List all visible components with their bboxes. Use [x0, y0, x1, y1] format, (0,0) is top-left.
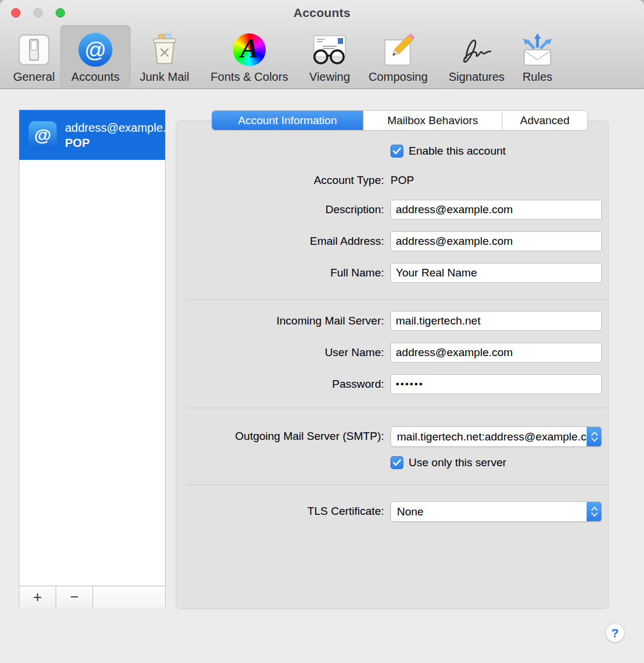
toolbar-item-composing[interactable]: Composing [362, 25, 434, 87]
full-name-label: Full Name: [176, 263, 384, 283]
section-divider [186, 408, 609, 408]
preferences-window: Accounts General @ [0, 0, 644, 663]
toolbar-label-signatures: Signatures [448, 70, 505, 84]
titlebar-toolbar: Accounts General @ [0, 0, 644, 89]
account-type-label: Account Type: [176, 170, 384, 190]
enable-account-checkbox[interactable] [390, 145, 403, 158]
toolbar-item-fonts-colors[interactable]: A Fonts & Colors [204, 25, 295, 87]
toolbar-label-general: General [13, 70, 54, 84]
list-controls-spacer [93, 586, 165, 607]
viewing-icon [311, 30, 348, 69]
incoming-server-label: Incoming Mail Server: [176, 311, 384, 331]
toolbar-label-rules: Rules [522, 70, 552, 84]
account-type-badge: POP [65, 135, 165, 151]
svg-text:@: @ [84, 38, 106, 62]
tls-certificate-popup-value: None [391, 505, 587, 518]
tab-mailbox-behaviors[interactable]: Mailbox Behaviors [363, 111, 502, 130]
junk-mail-icon [146, 30, 183, 69]
rules-icon [519, 30, 556, 69]
toolbar-label-viewing: Viewing [309, 70, 350, 84]
popup-arrows-icon [587, 501, 602, 522]
full-name-field[interactable] [390, 263, 602, 283]
use-only-server-checkbox-row[interactable]: Use only this server [390, 456, 506, 469]
smtp-label: Outgoing Mail Server (SMTP): [176, 426, 384, 446]
user-name-label: User Name: [176, 343, 384, 363]
account-type-value: POP [390, 170, 414, 190]
toolbar-label-fonts-colors: Fonts & Colors [211, 70, 288, 84]
tab-bar: Account Information Mailbox Behaviors Ad… [212, 111, 587, 130]
account-at-icon: @ [29, 121, 57, 149]
account-list-controls: + − [19, 586, 165, 607]
incoming-server-field[interactable] [390, 311, 602, 331]
tab-advanced[interactable]: Advanced [502, 111, 587, 130]
accounts-icon: @ [77, 30, 114, 69]
add-account-button[interactable]: + [19, 586, 56, 607]
tls-certificate-popup-button[interactable]: None [390, 501, 602, 522]
toolbar-item-rules[interactable]: Rules [520, 25, 555, 87]
use-only-server-label: Use only this server [409, 456, 506, 469]
toolbar-item-junk-mail[interactable]: Junk Mail [132, 25, 197, 87]
popup-arrows-icon [587, 426, 602, 447]
tls-certificate-label: TLS Certificate: [176, 501, 384, 521]
description-label: Description: [176, 200, 384, 220]
toolbar-item-viewing[interactable]: Viewing [306, 25, 353, 87]
signatures-icon [458, 30, 495, 69]
fonts-colors-icon: A [231, 30, 268, 69]
email-address-label: Email Address: [176, 231, 384, 251]
toolbar-item-signatures[interactable]: Signatures [444, 25, 509, 87]
help-button[interactable]: ? [605, 623, 625, 643]
smtp-popup-button[interactable]: mail.tigertech.net:address@example.com [390, 426, 602, 447]
accounts-list: @ address@example.com POP + − [19, 110, 166, 607]
account-list-item[interactable]: @ address@example.com POP [19, 110, 165, 160]
toolbar-item-general[interactable]: General [9, 25, 59, 87]
description-field[interactable] [390, 200, 602, 220]
general-icon [15, 30, 53, 69]
account-name: address@example.com [65, 120, 165, 135]
toolbar-label-composing: Composing [368, 70, 427, 84]
email-address-field[interactable] [390, 231, 602, 251]
section-divider [186, 484, 609, 485]
composing-icon [379, 30, 417, 69]
password-field[interactable] [390, 374, 602, 394]
window-title: Accounts [0, 6, 644, 20]
enable-account-label: Enable this account [409, 145, 506, 158]
smtp-popup-value: mail.tigertech.net:address@example.com [391, 430, 587, 443]
toolbar-label-junk-mail: Junk Mail [140, 70, 189, 84]
toolbar-item-accounts[interactable]: @ Accounts [60, 25, 131, 87]
remove-account-button[interactable]: − [56, 586, 93, 607]
enable-account-checkbox-row[interactable]: Enable this account [390, 145, 506, 158]
user-name-field[interactable] [390, 343, 602, 363]
toolbar-label-accounts: Accounts [71, 70, 119, 84]
password-label: Password: [176, 374, 384, 394]
tab-account-information[interactable]: Account Information [212, 111, 363, 130]
section-divider [186, 299, 609, 300]
account-information-pane: Enable this account Account Type: POP De… [176, 120, 609, 609]
use-only-server-checkbox[interactable] [390, 456, 403, 469]
